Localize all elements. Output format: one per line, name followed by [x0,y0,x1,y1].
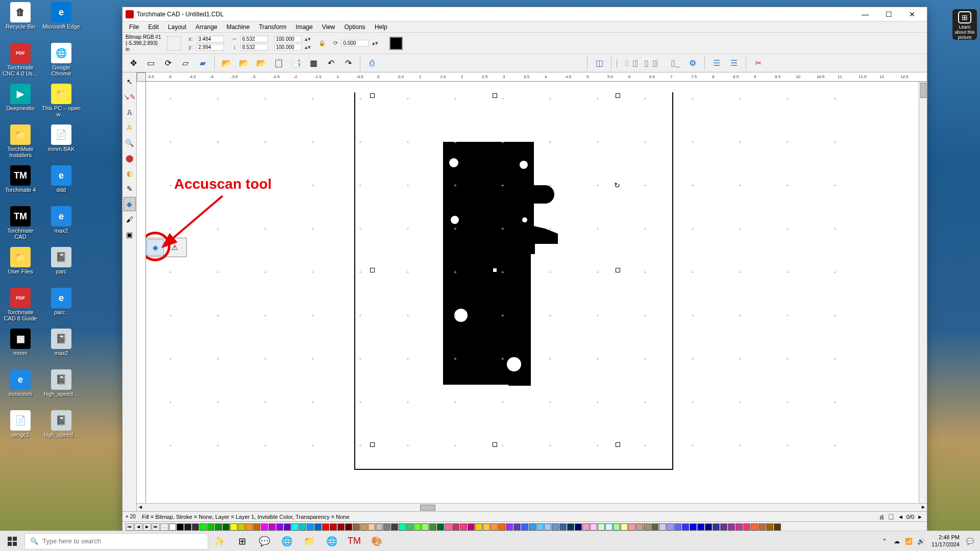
color-swatch[interactable] [667,523,674,531]
vertical-scrollbar[interactable] [919,82,927,503]
color-swatch[interactable] [705,523,712,531]
color-swatch[interactable] [353,523,360,531]
color-swatch[interactable] [536,523,544,531]
color-swatch[interactable] [406,523,413,531]
learn-about-picture-button[interactable]: ⊞ Learn about this picture [952,9,977,40]
taskbar-paint-icon[interactable]: 🎨 [365,531,388,552]
color-swatch[interactable] [751,523,758,531]
redo-icon[interactable]: ↷ [340,56,356,71]
color-swatch[interactable] [207,523,214,531]
color-swatch[interactable] [215,523,222,531]
layer-tool-2-icon[interactable]: ☰ [726,56,742,71]
color-swatch[interactable] [299,523,306,531]
measure-tool-icon[interactable]: 𝙰 [124,105,136,119]
color-swatch[interactable] [414,523,421,531]
color-swatch[interactable] [368,523,375,531]
tray-notifications-icon[interactable]: 💬 [964,531,976,552]
skew-icon[interactable]: ▱ [178,56,193,71]
color-swatch[interactable] [337,523,345,531]
color-swatch[interactable] [192,523,199,531]
text-tool-icon[interactable]: A [124,120,136,135]
align-center-icon[interactable]: ▯⎸▯ [633,56,648,71]
color-swatch[interactable] [483,523,490,531]
color-swatch[interactable] [429,523,436,531]
selection-handle-tc[interactable] [493,93,497,98]
desktop-icon[interactable]: ▶Deepnestio [1,83,40,121]
taskbar-torchmate-icon[interactable]: TM [343,531,365,552]
color-swatch[interactable] [391,523,398,531]
color-swatch[interactable] [644,523,651,531]
palette-next-icon[interactable]: ▶ [143,523,151,531]
desktop-icon[interactable]: eparc . [42,287,81,325]
width-input[interactable] [240,36,268,42]
start-button[interactable] [0,531,24,552]
color-swatch[interactable] [659,523,666,531]
color-swatch[interactable] [230,523,237,531]
desktop-icon[interactable]: TMTorchmate CAD [1,205,40,244]
menu-options[interactable]: Options [340,22,370,32]
taskbar-search[interactable]: 🔍 Type here to search [24,533,208,549]
color-swatch[interactable] [628,523,635,531]
selection-handle-tr[interactable] [616,93,620,98]
menu-file[interactable]: File [125,22,143,32]
anchor-grid-icon[interactable] [167,36,181,51]
color-swatch[interactable] [223,523,230,531]
color-swatch[interactable] [177,523,184,531]
color-swatch[interactable] [728,523,735,531]
menu-image[interactable]: Image [291,22,317,32]
horizontal-scrollbar[interactable]: ◄ ► [137,503,927,511]
color-swatch[interactable] [521,523,528,531]
color-swatch[interactable] [720,523,727,531]
minimize-button[interactable]: — [853,7,877,21]
color-swatch[interactable] [276,523,283,531]
move-tool-icon[interactable]: ✥ [126,56,141,71]
color-swatch[interactable] [360,523,368,531]
selection-handle-mr[interactable] [616,268,620,272]
paste-icon[interactable]: 📑 [288,56,304,71]
copy-icon[interactable]: 📋 [271,56,286,71]
tray-volume-icon[interactable]: 🔊 [915,531,927,552]
node-edit-tool-icon[interactable]: ↘✎ [124,90,136,104]
color-swatch[interactable] [253,523,260,531]
color-swatch[interactable] [376,523,383,531]
align-right-icon[interactable]: ▯⎸ [650,56,666,71]
color-swatch[interactable] [743,523,750,531]
desktop-icon[interactable]: 🗑Recycle Bin [1,1,40,40]
color-swatch[interactable] [613,523,620,531]
selection-handle-br[interactable] [616,442,620,447]
rotation-input[interactable] [341,40,369,46]
grid-icon[interactable]: ▦ [306,56,321,71]
desktop-icon[interactable]: PDFTorchmate CNC 4.0 Us… [1,42,40,81]
maximize-button[interactable]: ☐ [877,7,900,21]
color-swatch[interactable] [559,523,567,531]
scale-y-input[interactable] [274,44,302,51]
palette-last-icon[interactable]: ⏭ [152,523,160,531]
status-prev-icon[interactable]: ◄ [898,514,903,520]
copilot-icon[interactable]: ✨ [208,531,231,552]
desktop-icon[interactable]: 📄aimgc1 [1,409,40,448]
desktop-icon[interactable]: eddd [42,164,81,203]
color-swatch[interactable] [184,523,191,531]
desktop-icon[interactable]: 📓parc [42,246,81,285]
selection-handle-mc[interactable] [493,268,497,272]
color-swatch[interactable] [582,523,590,531]
desktop-icon[interactable]: PDFTorchmate CAD 8 Guide [1,287,40,325]
fill-color-box[interactable] [389,37,403,50]
desktop-icon[interactable]: 📁User Files [1,246,40,285]
color-swatch[interactable] [345,523,352,531]
export-icon[interactable]: 📂 [236,56,252,71]
selection-handle-ml[interactable] [370,268,375,272]
color-swatch[interactable] [169,523,176,531]
desktop-icon[interactable]: TMTorchmate 4 [1,164,40,203]
color-swatch[interactable] [468,523,475,531]
color-swatch[interactable] [330,523,337,531]
menu-edit[interactable]: Edit [143,22,163,32]
color-swatch[interactable] [460,523,467,531]
color-swatch[interactable] [690,523,697,531]
color-swatch[interactable] [383,523,390,531]
zoom-tool-icon[interactable]: 🔍 [124,136,136,150]
color-swatch[interactable] [621,523,628,531]
color-swatch[interactable] [491,523,498,531]
color-swatch[interactable] [437,523,444,531]
tray-clock[interactable]: 2:48 PM 11/17/2024 [927,534,964,547]
